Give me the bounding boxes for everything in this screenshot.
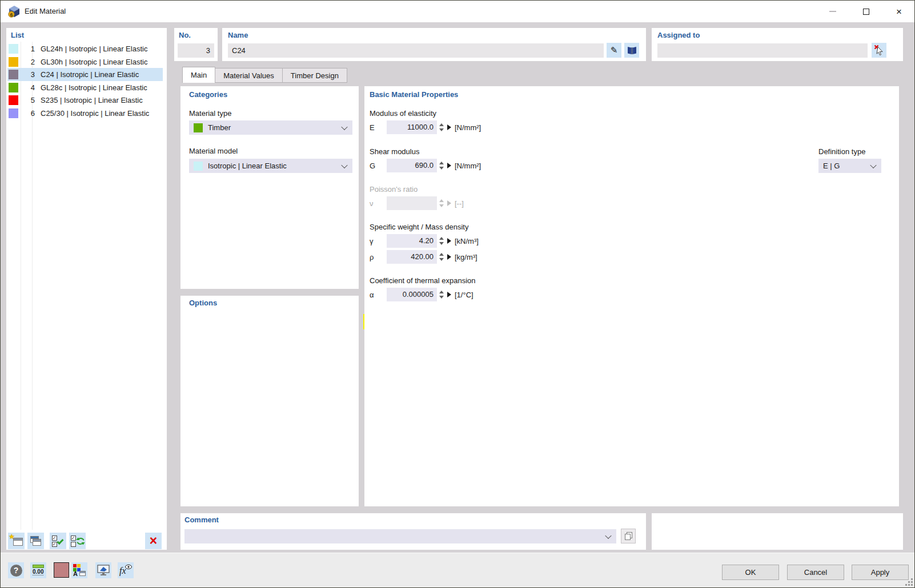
gamma-input[interactable]: 4.20 <box>387 234 437 248</box>
new-star-icon: ★ <box>9 533 15 541</box>
copy-material-button[interactable] <box>27 533 44 549</box>
gamma-unit: [kN/m³] <box>455 237 479 245</box>
poisson-unit: [--] <box>455 199 464 208</box>
book-icon <box>627 46 637 55</box>
display-properties-button[interactable] <box>95 562 111 578</box>
gamma-spinner[interactable] <box>438 234 445 248</box>
ok-button[interactable]: OK <box>722 565 779 580</box>
comment-templates-button[interactable] <box>621 529 636 543</box>
poisson-label: Poisson's ratio <box>370 185 418 194</box>
units-settings-button[interactable]: 0.00 <box>30 562 46 578</box>
name-panel: Name C24 ✎ <box>222 28 646 61</box>
material-color-swatch <box>9 108 18 118</box>
new-material-button[interactable]: ★ <box>8 533 25 549</box>
invert-selection-icon: ✓ <box>71 535 85 547</box>
material-color-swatch <box>9 57 18 67</box>
gamma-detail-arrow[interactable] <box>447 238 451 244</box>
modulus-label: Modulus of elasticity <box>370 109 436 118</box>
poisson-detail-arrow <box>447 200 451 206</box>
chevron-down-icon <box>870 162 876 168</box>
material-name-input[interactable]: C24 <box>228 43 604 58</box>
modulus-detail-arrow[interactable] <box>447 124 451 130</box>
cursor-deselect-icon <box>874 45 884 56</box>
list-header: List <box>11 31 24 39</box>
list-item[interactable]: 5 S235 | Isotropic | Linear Elastic <box>7 94 163 107</box>
shear-label: Shear modulus <box>370 147 419 156</box>
title-bar: 6 Edit Material × <box>1 1 914 22</box>
poisson-input <box>387 196 437 210</box>
color-legend-icon: A <box>73 564 86 577</box>
basic-properties-header: Basic Material Properties <box>370 90 458 99</box>
minimize-icon <box>829 11 836 12</box>
material-label: GL24h | Isotropic | Linear Elastic <box>39 45 147 53</box>
help-button[interactable]: ? <box>8 562 24 578</box>
list-item[interactable]: 2 GL30h | Isotropic | Linear Elastic <box>7 55 163 69</box>
material-model-color-swatch <box>194 162 203 171</box>
minimize-button[interactable] <box>820 1 846 22</box>
alpha-detail-arrow[interactable] <box>447 292 451 297</box>
material-type-dropdown[interactable]: Timber <box>189 120 352 135</box>
material-type-value: Timber <box>208 123 231 132</box>
shear-symbol: G <box>370 162 375 170</box>
delete-icon: × <box>150 534 157 547</box>
maximize-button[interactable] <box>853 1 879 22</box>
modulus-unit: [N/mm²] <box>455 123 481 132</box>
rho-input[interactable]: 420.00 <box>387 250 437 264</box>
rename-button[interactable]: ✎ <box>607 43 621 58</box>
material-color-button[interactable] <box>54 562 69 578</box>
delete-material-button[interactable]: × <box>145 533 162 549</box>
material-label: S235 | Isotropic | Linear Elastic <box>39 96 143 104</box>
list-item[interactable]: 6 C25/30 | Isotropic | Linear Elastic <box>7 107 163 120</box>
rho-detail-arrow[interactable] <box>447 254 451 260</box>
modulus-symbol: E <box>370 123 375 132</box>
svg-text:6: 6 <box>10 12 13 18</box>
definition-type-dropdown[interactable]: E | G <box>818 159 881 173</box>
material-number: 5 <box>18 96 39 104</box>
formula-visibility-button[interactable]: fx <box>118 562 134 578</box>
comment-combobox[interactable] <box>184 529 616 543</box>
select-all-icon: ✓ ✓ <box>52 535 65 547</box>
edit-material-dialog: 6 Edit Material × List 1 GL24h | Isotrop… <box>0 0 915 588</box>
modulus-input[interactable]: 11000.0 <box>387 120 437 134</box>
material-model-value: Isotropic | Linear Elastic <box>208 162 287 170</box>
invert-selection-button[interactable]: ✓ <box>69 533 86 549</box>
close-button[interactable]: × <box>886 1 912 22</box>
alpha-symbol: α <box>370 291 374 299</box>
display-colors-button[interactable]: A <box>71 562 87 578</box>
material-model-dropdown[interactable]: Isotropic | Linear Elastic <box>189 159 352 173</box>
tab-main[interactable]: Main <box>182 67 215 83</box>
list-item-selected[interactable]: 3 C24 | Isotropic | Linear Elastic <box>7 68 163 81</box>
select-assigned-button[interactable] <box>872 43 886 58</box>
comment-header: Comment <box>184 515 219 524</box>
material-number: 4 <box>18 83 39 92</box>
material-library-button[interactable] <box>624 43 639 58</box>
apply-button[interactable]: Apply <box>852 565 909 580</box>
units-icon: 0.00 <box>32 564 45 577</box>
comment-panel: Comment <box>180 513 646 550</box>
tab-material-values[interactable]: Material Values <box>215 68 283 83</box>
tab-timber-design[interactable]: Timber Design <box>283 68 347 83</box>
maximize-icon <box>863 9 869 15</box>
modulus-spinner[interactable] <box>438 120 445 134</box>
assigned-to-field <box>657 43 868 58</box>
material-type-color-swatch <box>194 123 203 132</box>
copy-windows-icon <box>30 536 42 546</box>
list-item[interactable]: 1 GL24h | Isotropic | Linear Elastic <box>7 42 163 55</box>
alpha-spinner[interactable] <box>438 288 445 301</box>
shear-input[interactable]: 690.0 <box>387 159 437 172</box>
thermal-label: Coefficient of thermal expansion <box>370 276 475 285</box>
rho-symbol: ρ <box>370 253 374 261</box>
alpha-unit: [1/°C] <box>455 291 473 299</box>
rho-spinner[interactable] <box>438 250 445 264</box>
alpha-input[interactable]: 0.000005 <box>387 288 437 301</box>
definition-type-value: E | G <box>823 162 840 170</box>
gamma-symbol: γ <box>370 237 374 245</box>
rfem-app-icon: 6 <box>7 5 21 18</box>
shear-spinner[interactable] <box>438 159 445 172</box>
cancel-button[interactable]: Cancel <box>787 565 844 580</box>
shear-detail-arrow[interactable] <box>447 163 451 168</box>
monitor-icon <box>97 565 110 576</box>
list-item[interactable]: 4 GL28c | Isotropic | Linear Elastic <box>7 81 163 94</box>
fx-eye-icon: fx <box>119 565 132 576</box>
select-all-button[interactable]: ✓ ✓ <box>50 533 66 549</box>
